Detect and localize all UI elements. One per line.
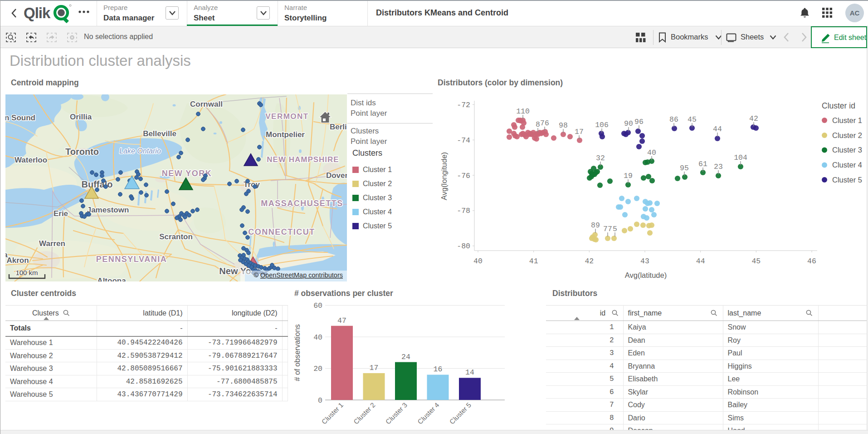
svg-text:44: 44 [713, 125, 722, 133]
svg-text:89: 89 [591, 221, 600, 230]
svg-text:Cluster 5: Cluster 5 [448, 401, 473, 425]
svg-text:Cluster 5: Cluster 5 [832, 176, 862, 184]
svg-text:98: 98 [559, 121, 568, 130]
svg-text:17: 17 [370, 364, 379, 372]
svg-text:5: 5 [613, 225, 617, 233]
svg-text:-76: -76 [457, 172, 470, 180]
svg-text:Altoona: Altoona [97, 276, 126, 281]
svg-text:40: 40 [313, 333, 322, 342]
svg-text:100 km: 100 km [15, 269, 38, 276]
svg-text:Cluster id: Cluster id [822, 101, 855, 110]
svg-text:96: 96 [634, 118, 644, 126]
svg-text:106: 106 [595, 121, 609, 129]
svg-text:-78: -78 [457, 207, 470, 215]
svg-text:VERMONT: VERMONT [265, 112, 309, 121]
svg-text:90: 90 [624, 119, 633, 128]
svg-text:Cornwall: Cornwall [190, 100, 223, 108]
svg-text:Cluster 3: Cluster 3 [363, 194, 392, 202]
svg-text:95: 95 [680, 164, 689, 173]
svg-text:45: 45 [688, 115, 697, 124]
svg-text:77: 77 [603, 225, 612, 233]
svg-text:Cluster 2: Cluster 2 [363, 180, 392, 187]
svg-text:46: 46 [807, 257, 816, 266]
svg-text:20: 20 [313, 365, 322, 373]
svg-text:Avg(latitude): Avg(latitude) [625, 271, 667, 279]
svg-text:Cluster 3: Cluster 3 [384, 401, 409, 425]
svg-text:Belleville: Belleville [143, 129, 176, 138]
svg-text:40: 40 [473, 257, 483, 266]
svg-text:Cluster 2: Cluster 2 [352, 401, 376, 425]
svg-text:42: 42 [585, 257, 594, 266]
svg-text:19: 19 [624, 172, 633, 180]
svg-text:110: 110 [516, 107, 530, 116]
svg-text:-74: -74 [457, 136, 470, 145]
svg-text:61: 61 [698, 160, 707, 168]
svg-text:Cluster 1: Cluster 1 [320, 401, 345, 425]
svg-text:Orillia: Orillia [70, 113, 92, 121]
svg-text:42: 42 [749, 114, 758, 123]
svg-text:Dover: Dover [326, 171, 347, 180]
svg-text:23: 23 [714, 163, 723, 171]
svg-text:Waterloo: Waterloo [15, 156, 47, 164]
svg-text:NEW HAMPSHIRE: NEW HAMPSHIRE [267, 155, 339, 164]
svg-text:17: 17 [575, 128, 584, 136]
svg-text:-72: -72 [457, 101, 470, 109]
svg-text:40: 40 [647, 148, 656, 157]
svg-text:0: 0 [318, 396, 322, 405]
svg-text:a: a [5, 251, 8, 259]
svg-text:Cluster 4: Cluster 4 [363, 208, 392, 216]
svg-text:Erie: Erie [54, 209, 68, 218]
svg-text:# of observations: # of observations [293, 324, 301, 381]
svg-text:45: 45 [751, 257, 761, 266]
svg-text:Akron: Akron [6, 256, 29, 265]
svg-text:© OpenStreetMap contributors: © OpenStreetMap contributors [254, 271, 343, 279]
svg-text:8: 8 [536, 120, 540, 129]
svg-text:24: 24 [401, 353, 410, 361]
svg-text:76: 76 [540, 119, 549, 128]
svg-text:Cluster 2: Cluster 2 [832, 131, 862, 139]
svg-text:Lake Ontario: Lake Ontario [119, 147, 161, 155]
svg-text:Cluster 4: Cluster 4 [416, 401, 440, 425]
svg-text:43: 43 [640, 257, 649, 266]
svg-text:Scranton: Scranton [159, 232, 193, 241]
svg-text:104: 104 [734, 153, 747, 162]
svg-text:Cluster 1: Cluster 1 [832, 116, 862, 124]
svg-text:86: 86 [669, 115, 678, 124]
svg-text:Cluster 1: Cluster 1 [363, 166, 392, 173]
svg-text:CONNECTICUT: CONNECTICUT [248, 227, 315, 237]
svg-text:MASSACHUSETTS: MASSACHUSETTS [261, 199, 343, 208]
svg-text:Avg(longitude): Avg(longitude) [440, 152, 448, 200]
svg-text:-80: -80 [457, 242, 470, 251]
svg-text:n Sound: n Sound [5, 113, 35, 122]
svg-text:47: 47 [337, 316, 346, 325]
svg-text:60: 60 [313, 301, 322, 310]
svg-text:Montpelier: Montpelier [266, 130, 305, 139]
svg-text:Cluster 5: Cluster 5 [363, 222, 392, 230]
svg-text:Cluster 4: Cluster 4 [832, 161, 862, 169]
svg-text:14: 14 [465, 368, 474, 377]
svg-text:Cluster 3: Cluster 3 [832, 146, 862, 154]
svg-text:32: 32 [596, 154, 605, 163]
svg-text:Toronto: Toronto [65, 147, 99, 157]
svg-text:Berlin: Berlin [330, 123, 347, 131]
svg-text:16: 16 [434, 365, 443, 374]
svg-text:44: 44 [696, 257, 705, 266]
svg-text:Warren: Warren [39, 239, 65, 248]
svg-text:41: 41 [529, 257, 538, 266]
svg-text:Qlik: Qlik [24, 5, 51, 21]
svg-text:Jamestown: Jamestown [87, 206, 129, 214]
svg-text:PENNSYLVANIA: PENNSYLVANIA [96, 255, 167, 264]
